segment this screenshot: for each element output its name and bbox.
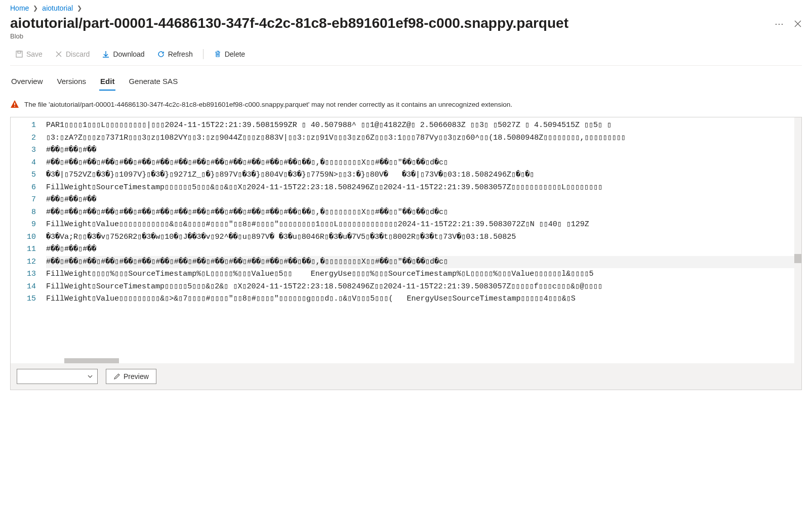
editor-footer: Preview — [11, 363, 801, 390]
delete-icon — [214, 50, 222, 58]
code-content[interactable]: PAR1▯▯▯▯1▯▯▯L▯▯▯▯▯▯▯▯▯|▯▯▯2024-11-15T22:… — [43, 117, 801, 363]
close-button[interactable] — [794, 20, 802, 28]
breadcrumb-home[interactable]: Home — [10, 4, 29, 12]
refresh-label: Refresh — [168, 50, 193, 58]
page-header: aiotutorial/part-00001-44686130-347f-4c2… — [10, 15, 802, 31]
discard-icon — [55, 50, 63, 58]
code-line[interactable]: #��▯#��▯#��▯#��▯#��▯#��▯#��▯#��▯#��▯#��▯… — [46, 206, 801, 219]
code-line[interactable]: FillWeight▯Value▯▯▯▯▯▯▯▯▯&▯>&▯7▯▯▯▯#▯▯▯▯… — [46, 293, 801, 306]
chevron-right-icon: ❯ — [33, 5, 38, 12]
code-line[interactable]: ▯3:▯zA?Z▯▯▯z▯7371R▯▯▯3▯z▯1082VY▯▯3:▯z▯90… — [46, 132, 801, 145]
tab-versions[interactable]: Versions — [56, 75, 88, 90]
code-line[interactable]: #��▯#��▯#�� — [46, 243, 801, 256]
refresh-button[interactable]: Refresh — [152, 48, 198, 60]
warning-text: The file 'aiotutorial/part-00001-4468613… — [24, 101, 512, 108]
save-button: Save — [10, 48, 48, 60]
code-line[interactable]: FillWeight▯Value▯▯▯▯▯▯▯▯▯▯▯&▯▯&▯▯▯▯#▯▯▯▯… — [46, 219, 801, 231]
code-line[interactable]: #��▯#��▯#��▯#��▯#��▯#��▯#��▯#��▯#��▯#��▯… — [46, 256, 801, 269]
svg-rect-2 — [14, 103, 15, 105]
line-number-gutter: 123456789101112131415 — [11, 117, 43, 363]
save-label: Save — [26, 50, 43, 58]
warning-icon — [10, 100, 19, 109]
save-icon — [15, 50, 23, 58]
close-icon — [794, 20, 802, 28]
scrollbar-thumb[interactable] — [794, 254, 801, 263]
code-line[interactable]: #��▯#��▯#��▯#��▯#��▯#��▯#��▯#��▯#��▯#��▯… — [46, 157, 801, 169]
command-bar: Save Discard Download Refresh Delete — [10, 48, 802, 66]
breadcrumb: Home ❯ aiotutorial ❯ — [10, 4, 802, 12]
more-actions-button[interactable]: ⋯ — [775, 18, 785, 29]
delete-label: Delete — [225, 50, 245, 58]
tab-edit[interactable]: Edit — [99, 75, 115, 90]
breadcrumb-aiotutorial[interactable]: aiotutorial — [42, 4, 73, 12]
page-subtitle: Blob — [10, 32, 802, 40]
scrollbar-thumb[interactable] — [64, 358, 119, 363]
discard-label: Discard — [66, 50, 90, 58]
preview-button[interactable]: Preview — [106, 369, 156, 384]
code-line[interactable]: PAR1▯▯▯▯1▯▯▯L▯▯▯▯▯▯▯▯▯|▯▯▯2024-11-15T22:… — [46, 119, 801, 132]
download-button[interactable]: Download — [97, 48, 149, 60]
code-line[interactable]: FillWeight▯SourceTimestamp▯▯▯▯▯5▯▯▯&▯2&▯… — [46, 281, 801, 293]
svg-rect-1 — [18, 51, 21, 53]
delete-button[interactable]: Delete — [209, 48, 250, 60]
code-line[interactable]: �3�Va;R▯▯�3�v▯7526R2▯�3�w▯10�▯J��3�v▯92^… — [46, 231, 801, 244]
page-title: aiotutorial/part-00001-44686130-347f-4c2… — [10, 15, 775, 31]
pencil-icon — [113, 373, 120, 380]
code-line[interactable]: �3�|▯752VZ▯�3�}▯1097V}▯�3�}▯9271Z_▯�}▯89… — [46, 169, 801, 182]
horizontal-scrollbar[interactable] — [43, 356, 794, 363]
discard-button: Discard — [50, 48, 95, 60]
warning-banner: The file 'aiotutorial/part-00001-4468613… — [10, 97, 802, 112]
code-editor: 123456789101112131415 PAR1▯▯▯▯1▯▯▯L▯▯▯▯▯… — [10, 117, 802, 390]
svg-rect-0 — [16, 51, 22, 57]
vertical-scrollbar[interactable] — [794, 117, 801, 363]
code-line[interactable]: #��▯#��▯#�� — [46, 194, 801, 206]
tab-generate-sas[interactable]: Generate SAS — [128, 75, 179, 90]
language-select[interactable] — [17, 369, 98, 384]
preview-label: Preview — [124, 372, 149, 380]
chevron-down-icon — [87, 373, 93, 379]
code-line[interactable]: FillWeight▯▯▯▯%▯▯▯SourceTimestamp%▯L▯▯▯▯… — [46, 268, 801, 281]
tab-strip: Overview Versions Edit Generate SAS — [10, 75, 802, 90]
code-line[interactable]: FillWeight▯SourceTimestamp▯▯▯▯▯▯5▯▯▯&▯▯&… — [46, 182, 801, 194]
download-icon — [102, 50, 110, 58]
code-line[interactable]: #��▯#��▯#�� — [46, 144, 801, 157]
download-label: Download — [113, 50, 144, 58]
tab-overview[interactable]: Overview — [10, 75, 44, 90]
chevron-right-icon: ❯ — [77, 5, 82, 12]
toolbar-divider — [203, 49, 204, 59]
svg-rect-3 — [14, 106, 15, 107]
refresh-icon — [157, 50, 165, 58]
